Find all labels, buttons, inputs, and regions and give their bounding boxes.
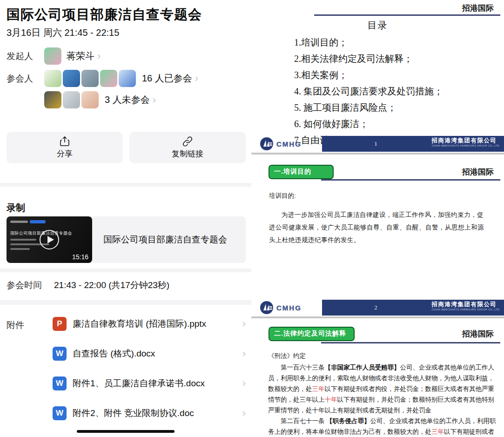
participants-joined-row[interactable]: 参会人 16 人已参会 › <box>7 70 198 87</box>
toc-item: 6. 如何做好廉洁； <box>294 116 443 132</box>
participants-notjoined-row[interactable]: 3 人未参会 › <box>44 91 156 108</box>
file-type-icon: W <box>53 406 67 420</box>
video-thumbnail[interactable]: 国际公司项目部廉洁自查专题会 15:16 <box>7 216 92 263</box>
slide-brand: 招港国际 <box>462 3 494 13</box>
thumbnail-badges <box>10 220 46 223</box>
page-title: 国际公司项目部廉洁自查专题会 <box>7 6 245 24</box>
toc-item: 3.相关案例； <box>294 67 443 83</box>
video-duration: 15:16 <box>72 253 88 261</box>
thumbnail-meta-line <box>10 239 36 241</box>
chevron-right-icon: › <box>195 74 198 84</box>
chevron-right-icon: › <box>242 377 246 390</box>
footer-logo: CMHG <box>260 300 302 316</box>
section-divider <box>0 183 251 187</box>
law-paragraph: 第一百六十三条【非国家工作人员受贿罪】公司、企业或者其他单位的工作人员，利用职务… <box>268 362 497 416</box>
footer-logo: CMHG <box>260 136 302 152</box>
attachment-row[interactable]: W 附件1、员工廉洁自律承诺书.docx › <box>53 369 246 398</box>
home-indicator[interactable] <box>77 430 175 433</box>
footer-company: 招商港湾集团有限公司 CHINA MERCHANTS HARBOURS GROU… <box>432 137 500 147</box>
purpose-heading: 培训目的: <box>269 192 296 200</box>
file-type-icon: W <box>53 376 67 390</box>
slide-toc: 招港国际 目录 1.培训目的；2.相关法律约定及司法解释；3.相关案例；4. 集… <box>251 0 504 156</box>
attachment-name: 廉洁自律教育培训 (招港国际).pptx <box>73 318 206 330</box>
slide-footer: CMHG 2 招商港湾集团有限公司 CHINA MERCHANTS HARBOU… <box>251 300 504 316</box>
chevron-right-icon: › <box>242 407 246 419</box>
meeting-badge-placeholder <box>30 220 46 223</box>
header-rule <box>321 179 500 181</box>
footer-shadow-rule <box>251 153 504 155</box>
participant-avatar <box>44 91 61 108</box>
participant-avatar <box>63 91 80 108</box>
attachment-row[interactable]: P 廉洁自律教育培训 (招港国际).pptx › <box>53 309 246 339</box>
toc-list: 1.培训目的；2.相关法律约定及司法解释；3.相关案例；4. 集团及公司廉洁要求… <box>294 34 443 148</box>
chevron-right-icon: › <box>153 95 156 105</box>
participant-avatar <box>44 70 61 87</box>
action-button-row: 分享 复制链接 <box>7 132 246 163</box>
initiator-row[interactable]: 发起人 蒋荣斗 › <box>7 47 101 65</box>
footer-bar: 1 招商港湾集团有限公司 CHINA MERCHANTS HARBOURS GR… <box>322 136 504 152</box>
slide-brand: 招港国际 <box>462 329 494 339</box>
cmhg-logo-text: CMHG <box>276 304 302 312</box>
page-number: 1 <box>322 136 430 152</box>
footer-shadow-rule <box>251 316 504 318</box>
chevron-right-icon: › <box>97 51 101 61</box>
participant-avatar <box>81 70 99 87</box>
initiator-name: 蒋荣斗 <box>67 50 94 62</box>
slide-purpose: 一.培训目的 招港国际 培训目的: 为进一步加强公司员工廉洁自律建设，端正工作作… <box>251 161 504 318</box>
toc-item: 5. 施工项目廉洁风险点； <box>294 100 443 116</box>
attachment-name: 自查报告 (格式).docx <box>73 348 155 360</box>
law-text: 第一百六十三条【非国家工作人员受贿罪】公司、企业或者其他单位的工作人员，利用职务… <box>268 362 497 437</box>
play-icon[interactable] <box>40 230 59 249</box>
participant-avatar <box>63 70 80 87</box>
chevron-right-icon: › <box>242 348 246 360</box>
attachment-row[interactable]: W 自查报告 (格式).docx › <box>53 339 246 369</box>
purpose-body: 为进一步加强公司员工廉洁自律建设，端正工作作风，加强约束力，促进公司健康发展，使… <box>269 208 489 246</box>
attend-time-row: 参会时间 21:43 - 22:00 (共17分钟23秒) <box>7 279 169 291</box>
joined-avatar-list <box>44 70 137 87</box>
attachments-label: 附件 <box>7 319 24 331</box>
cmhg-logo-icon <box>260 137 274 151</box>
law-paragraph: 第二百七十一条 【职务侵占罪】公司、企业或者其他单位的工作人员，利用职务上的便利… <box>268 416 497 437</box>
cmhg-logo-text: CMHG <box>276 140 302 148</box>
meeting-detail-screen: 国际公司项目部廉洁自查专题会 3月16日 周六 21:45 - 22:15 发起… <box>0 0 504 437</box>
toc-item: 2.相关法律约定及司法解释； <box>294 51 443 67</box>
recording-section-label: 录制 <box>7 202 25 214</box>
chevron-right-icon: › <box>242 318 246 330</box>
recording-card[interactable]: 国际公司项目部廉洁自查专题会 15:16 国际公司项目部廉洁自查专题会 <box>7 216 246 263</box>
share-button[interactable]: 分享 <box>7 132 123 163</box>
section-divider <box>0 300 251 305</box>
slide-footer: CMHG 1 招商港湾集团有限公司 CHINA MERCHANTS HARBOU… <box>251 136 504 152</box>
attend-time-label: 参会时间 <box>7 279 42 291</box>
section-chip: 一.培训目的 <box>269 165 334 179</box>
joined-count: 16 人已参会 <box>142 72 192 85</box>
company-name-cn: 招商港湾集团有限公司 <box>432 137 500 144</box>
slides-panel: 招港国际 目录 1.培训目的；2.相关法律约定及司法解释；3.相关案例；4. 集… <box>251 0 504 437</box>
header-rule <box>321 342 500 343</box>
footer-company: 招商港湾集团有限公司 CHINA MERCHANTS HARBOURS GROU… <box>432 301 500 311</box>
link-icon <box>182 136 193 147</box>
share-button-label: 分享 <box>57 148 73 159</box>
copy-link-button[interactable]: 复制链接 <box>129 132 246 163</box>
company-name-en: CHINA MERCHANTS HARBOURS GROUP CO.,LTD. <box>432 308 500 311</box>
copy-link-button-label: 复制链接 <box>172 148 203 159</box>
meeting-app-panel: 国际公司项目部廉洁自查专题会 3月16日 周六 21:45 - 22:15 发起… <box>0 0 251 437</box>
section-divider <box>0 269 251 272</box>
toc-title: 目录 <box>251 19 504 32</box>
company-name-en: CHINA MERCHANTS HARBOURS GROUP CO.,LTD. <box>432 144 500 147</box>
attachment-name: 附件1、员工廉洁自律承诺书.docx <box>73 377 205 390</box>
share-icon <box>60 136 69 147</box>
section-chip: 二.法律约定及司法解释 <box>269 327 355 341</box>
slide-law: 二.法律约定及司法解释 招港国际 《刑法》约定 第一百六十三条【非国家工作人员受… <box>251 321 504 437</box>
notjoined-count: 3 人未参会 <box>105 94 150 106</box>
app-badge-placeholder <box>10 221 28 223</box>
toc-item: 1.培训目的； <box>294 34 443 51</box>
initiator-avatar <box>44 47 61 65</box>
footer-bar: 2 招商港湾集团有限公司 CHINA MERCHANTS HARBOURS GR… <box>322 300 504 316</box>
cmhg-logo-icon <box>260 301 274 315</box>
attachment-row[interactable]: W 附件2、附件 竞业限制协议.doc › <box>53 398 246 428</box>
attend-time-value: 21:43 - 22:00 (共17分钟23秒) <box>54 279 169 291</box>
attachment-name: 附件2、附件 竞业限制协议.doc <box>73 407 194 419</box>
attachment-list: P 廉洁自律教育培训 (招港国际).pptx › W 自查报告 (格式).doc… <box>53 309 246 428</box>
initiator-label: 发起人 <box>7 50 44 62</box>
header-rule <box>314 14 500 16</box>
